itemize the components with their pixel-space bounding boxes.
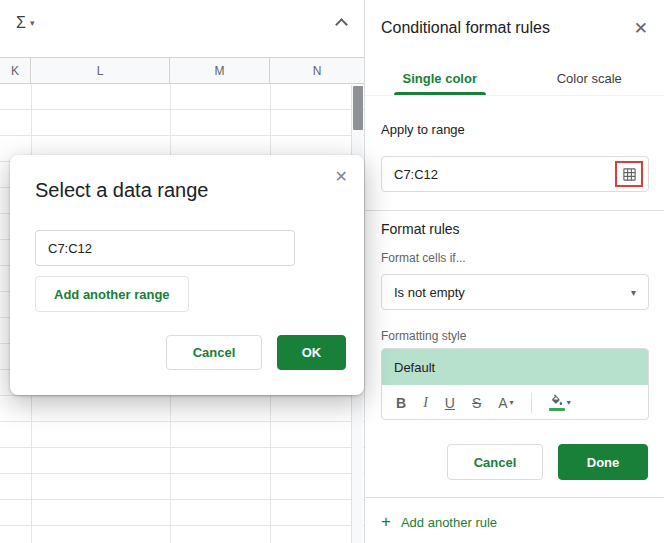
sheet-toolbar: Σ ▾ <box>0 0 364 57</box>
data-range-input[interactable] <box>35 230 295 266</box>
format-toolbar: B I U S A ▾ ▾ <box>382 385 648 420</box>
panel-title: Conditional format rules <box>381 19 550 37</box>
chevron-down-icon: ▾ <box>30 18 35 28</box>
add-another-rule-link[interactable]: + Add another rule <box>381 512 497 532</box>
chevron-up-icon <box>335 18 348 31</box>
select-range-button[interactable] <box>615 161 643 187</box>
scrollbar-thumb[interactable] <box>353 86 363 130</box>
sigma-icon: Σ <box>16 14 26 32</box>
column-header[interactable]: L <box>31 58 170 83</box>
chevron-down-icon: ▾ <box>510 398 514 407</box>
fill-color-icon <box>549 394 565 411</box>
bold-button[interactable]: B <box>396 395 406 411</box>
plus-icon: + <box>381 512 391 532</box>
tab-label: Single color <box>403 71 477 86</box>
collapse-toolbar-button[interactable] <box>334 18 348 30</box>
fill-color-swatch <box>549 408 565 411</box>
cancel-button[interactable]: Cancel <box>447 444 543 480</box>
chevron-down-icon: ▾ <box>631 287 636 298</box>
text-color-button[interactable]: A ▾ <box>498 395 513 411</box>
dialog-cancel-button[interactable]: Cancel <box>166 335 262 370</box>
text-color-icon: A <box>498 395 507 411</box>
underline-button[interactable]: U <box>445 395 455 411</box>
tab-label: Color scale <box>557 71 622 86</box>
italic-button[interactable]: I <box>423 395 428 411</box>
add-another-range-button[interactable]: Add another range <box>35 276 189 312</box>
column-header[interactable]: N <box>270 58 364 83</box>
condition-dropdown[interactable]: Is not empty ▾ <box>381 274 649 310</box>
condition-value: Is not empty <box>394 285 465 300</box>
column-header[interactable]: M <box>170 58 270 83</box>
column-headers: K L M N <box>0 57 364 84</box>
formatting-style-box: Default B I U S A ▾ <box>381 348 649 420</box>
toolbar-divider <box>531 393 532 413</box>
active-tab-underline <box>394 92 486 95</box>
strikethrough-button[interactable]: S <box>472 395 481 411</box>
apply-to-range-label: Apply to range <box>381 122 465 137</box>
column-header[interactable]: K <box>0 58 31 83</box>
format-rules-heading: Format rules <box>381 221 460 237</box>
panel-tabs: Single color Color scale <box>365 62 664 96</box>
done-button[interactable]: Done <box>558 444 648 480</box>
divider <box>365 210 664 211</box>
dialog-title: Select a data range <box>35 179 208 202</box>
select-range-dialog: Select a data range ✕ Add another range … <box>10 155 364 395</box>
functions-button[interactable]: Σ ▾ <box>16 14 34 32</box>
chevron-down-icon: ▾ <box>567 398 571 407</box>
divider <box>365 497 664 498</box>
close-icon[interactable]: ✕ <box>335 167 348 186</box>
screen: Σ ▾ K L M N Conditional format rules ✕ <box>0 0 664 543</box>
dialog-ok-button[interactable]: OK <box>277 335 346 370</box>
tab-single-color[interactable]: Single color <box>365 62 515 95</box>
style-preview: Default <box>382 349 648 385</box>
tab-color-scale[interactable]: Color scale <box>515 62 664 95</box>
fill-color-button[interactable]: ▾ <box>549 394 571 411</box>
add-rule-label: Add another rule <box>401 515 497 530</box>
range-input[interactable] <box>382 157 648 191</box>
conditional-format-panel: Conditional format rules ✕ Single color … <box>364 0 664 543</box>
format-cells-if-label: Format cells if... <box>381 251 466 265</box>
formatting-style-label: Formatting style <box>381 329 466 343</box>
apply-range-field <box>381 156 649 192</box>
select-range-grid-icon <box>622 167 637 182</box>
panel-actions: Cancel Done <box>447 444 648 480</box>
close-icon[interactable]: ✕ <box>634 18 648 39</box>
